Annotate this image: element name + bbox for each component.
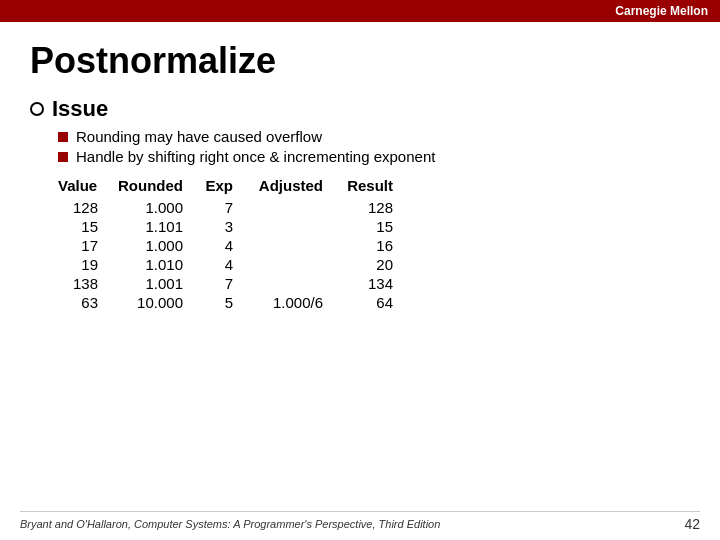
table-cell-5-2: 5 (203, 293, 253, 312)
bullet-circle-icon (30, 102, 44, 116)
table-cell-2-0: 17 (58, 236, 118, 255)
table-row: 191.010420 (58, 255, 413, 274)
col-header-adjusted: Adjusted (253, 175, 343, 198)
table-row: 1281.0007128 (58, 198, 413, 217)
table-cell-2-4: 16 (343, 236, 413, 255)
table-cell-2-2: 4 (203, 236, 253, 255)
issue-header: Issue (30, 96, 690, 122)
footer-page: 42 (684, 516, 700, 532)
table-cell-0-2: 7 (203, 198, 253, 217)
sub-bullet-icon-1 (58, 132, 68, 142)
table-row: 171.000416 (58, 236, 413, 255)
table-cell-1-3 (253, 217, 343, 236)
data-table: Value Rounded Exp Adjusted Result 1281.0… (58, 175, 413, 312)
sub-bullets: Rounding may have caused overflow Handle… (58, 128, 690, 165)
brand-label: Carnegie Mellon (615, 4, 708, 18)
footer: Bryant and O'Hallaron, Computer Systems:… (20, 511, 700, 532)
table-cell-3-3 (253, 255, 343, 274)
header-bar: Carnegie Mellon (0, 0, 720, 22)
table-cell-4-1: 1.001 (118, 274, 203, 293)
table-row: 151.101315 (58, 217, 413, 236)
sub-bullet-text-2: Handle by shifting right once & incremen… (76, 148, 435, 165)
issue-title: Issue (52, 96, 108, 122)
table-cell-1-1: 1.101 (118, 217, 203, 236)
table-cell-1-2: 3 (203, 217, 253, 236)
table-cell-0-0: 128 (58, 198, 118, 217)
issue-section: Issue Rounding may have caused overflow … (30, 96, 690, 312)
col-header-result: Result (343, 175, 413, 198)
table-row: 1381.0017134 (58, 274, 413, 293)
table-row: 6310.00051.000/664 (58, 293, 413, 312)
table-cell-1-0: 15 (58, 217, 118, 236)
table-cell-4-3 (253, 274, 343, 293)
sub-bullet-text-1: Rounding may have caused overflow (76, 128, 322, 145)
table-cell-2-3 (253, 236, 343, 255)
table-cell-3-0: 19 (58, 255, 118, 274)
table-cell-0-3 (253, 198, 343, 217)
footer-citation: Bryant and O'Hallaron, Computer Systems:… (20, 518, 440, 530)
page-title: Postnormalize (30, 40, 690, 82)
table-cell-0-1: 1.000 (118, 198, 203, 217)
sub-bullet-1: Rounding may have caused overflow (58, 128, 690, 145)
col-header-rounded: Rounded (118, 175, 203, 198)
table-cell-4-4: 134 (343, 274, 413, 293)
col-header-exp: Exp (203, 175, 253, 198)
table-cell-2-1: 1.000 (118, 236, 203, 255)
table-cell-0-4: 128 (343, 198, 413, 217)
table-cell-5-4: 64 (343, 293, 413, 312)
main-content: Postnormalize Issue Rounding may have ca… (0, 22, 720, 332)
table-cell-5-3: 1.000/6 (253, 293, 343, 312)
table-cell-3-1: 1.010 (118, 255, 203, 274)
table-cell-4-0: 138 (58, 274, 118, 293)
table-cell-1-4: 15 (343, 217, 413, 236)
col-header-value: Value (58, 175, 118, 198)
table-cell-3-2: 4 (203, 255, 253, 274)
sub-bullet-icon-2 (58, 152, 68, 162)
table-cell-3-4: 20 (343, 255, 413, 274)
table-cell-5-1: 10.000 (118, 293, 203, 312)
table-cell-4-2: 7 (203, 274, 253, 293)
sub-bullet-2: Handle by shifting right once & incremen… (58, 148, 690, 165)
table-cell-5-0: 63 (58, 293, 118, 312)
